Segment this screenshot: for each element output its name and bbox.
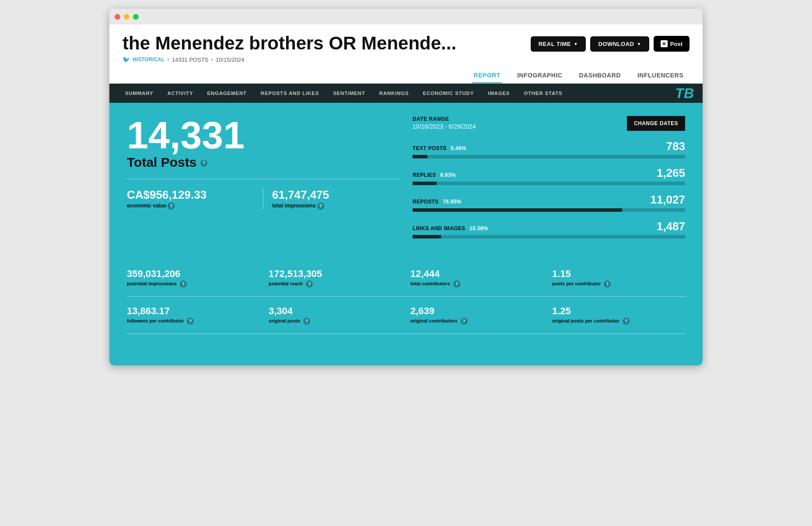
original-posts-value: 3,304 (269, 305, 402, 317)
download-button[interactable]: DOWNLOAD ▼ (590, 36, 649, 52)
original-posts-per-contributor-value: 1.25 (552, 305, 685, 317)
tab-infographic[interactable]: INFOGRAPHIC (515, 68, 564, 83)
tab-report[interactable]: REPORT (472, 68, 502, 83)
subnav-reposts-likes[interactable]: REPOSTS AND LIKES (254, 84, 326, 103)
title-bar (109, 9, 703, 25)
tab-dashboard[interactable]: DASHBOARD (577, 68, 623, 83)
chevron-down-icon: ▼ (637, 42, 641, 46)
source-type-label: HISTORICAL (133, 56, 164, 63)
total-contributors-help[interactable]: ? (453, 281, 460, 288)
subnav-summary[interactable]: SUMMARY (118, 84, 161, 103)
date-range-label: DATE RANGE (413, 116, 476, 122)
bar-stats: TEXT POSTS 5.46% 783 REP (413, 140, 685, 238)
potential-reach-value: 172,513,305 (269, 268, 402, 280)
text-posts-bar: TEXT POSTS 5.46% 783 (413, 140, 685, 158)
subnav-rankings[interactable]: RANKINGS (372, 84, 416, 103)
total-contributors-cell: 12,444 total contributors ? (410, 268, 543, 288)
app-window: the Menendez brothers OR Menende... REAL… (109, 9, 703, 365)
followers-per-contributor-value: 13,863.17 (127, 305, 260, 317)
total-posts-help-icon[interactable]: ? (200, 160, 207, 167)
total-contributors-label: total contributors (410, 281, 450, 286)
total-contributors-value: 12,444 (410, 268, 543, 280)
economic-value: CA$956,129.33 (127, 188, 254, 202)
potential-reach-help[interactable]: ? (306, 281, 313, 288)
total-impressions-help-icon[interactable]: ? (317, 203, 324, 210)
original-contributors-label: original contributors (410, 318, 458, 323)
original-posts-per-contributor-help[interactable]: ? (623, 318, 630, 325)
text-posts-fill (413, 155, 427, 158)
left-panel: 14,331 Total Posts ? CA$956,129.33 econo… (127, 116, 399, 246)
links-images-track (413, 235, 685, 238)
bottom-stats-row1: 359,031,206 potential impressions ? 172,… (127, 259, 685, 297)
subnav-economic-study[interactable]: ECONOMIC STUDY (416, 84, 481, 103)
sub-nav: SUMMARY ACTIVITY ENGAGEMENT REPOSTS AND … (109, 84, 703, 103)
x-post-button[interactable]: ✕ Post (654, 36, 690, 52)
potential-impressions-label: potential impressions (127, 281, 177, 286)
subnav-other-stats[interactable]: OTHER STATS (517, 84, 569, 103)
posts-per-contributor-label: posts per contributor (552, 281, 601, 286)
close-button[interactable] (115, 14, 120, 20)
tab-influencers[interactable]: INFLUENCERS (636, 68, 685, 83)
economic-value-label: economic value (127, 203, 166, 209)
change-dates-button[interactable]: CHANGE DATES (627, 116, 685, 131)
subnav-images[interactable]: IMAGES (481, 84, 517, 103)
header-top: the Menendez brothers OR Menende... REAL… (122, 33, 690, 53)
date-range-value: 10/16/2023 - 6/29/2024 (413, 123, 476, 130)
total-impressions-block: 61,747,475 total impressions ? (263, 188, 399, 210)
original-posts-help[interactable]: ? (303, 318, 310, 325)
original-posts-cell: 3,304 original posts ? (269, 305, 402, 325)
followers-per-contributor-label: followers per contributor (127, 318, 184, 323)
total-posts-label: Total Posts ? (127, 154, 399, 170)
reposts-count: 11,027 (650, 193, 685, 207)
total-posts-number: 14,331 (127, 116, 399, 154)
main-content: 14,331 Total Posts ? CA$956,129.33 econo… (109, 103, 703, 365)
potential-impressions-value: 359,031,206 (127, 268, 260, 280)
followers-per-contributor-help[interactable]: ? (187, 318, 194, 325)
economic-value-block: CA$956,129.33 economic value ? (127, 188, 263, 210)
page-title: the Menendez brothers OR Menende... (122, 33, 456, 53)
potential-impressions-help[interactable]: ? (180, 281, 187, 288)
replies-count: 1,265 (657, 166, 685, 180)
potential-impressions-cell: 359,031,206 potential impressions ? (127, 268, 260, 288)
twitter-icon: 🐦 (122, 56, 130, 63)
followers-per-contributor-cell: 13,863.17 followers per contributor ? (127, 305, 260, 325)
meta-bar: 🐦 HISTORICAL • 14331 POSTS • 10/15/2024 (122, 56, 690, 63)
date-range-header: DATE RANGE 10/16/2023 - 6/29/2024 CHANGE… (413, 116, 685, 131)
posts-per-contributor-value: 1.15 (552, 268, 685, 280)
original-posts-label: original posts (269, 318, 300, 323)
reposts-track (413, 208, 685, 212)
potential-reach-label: potential reach (269, 281, 303, 286)
x-logo-icon: ✕ (661, 40, 668, 47)
minimize-button[interactable] (124, 14, 130, 20)
posts-per-contributor-cell: 1.15 posts per contributor ? (552, 268, 685, 288)
subnav-activity[interactable]: ACTIVITY (161, 84, 200, 103)
header: the Menendez brothers OR Menende... REAL… (109, 25, 703, 84)
replies-fill (413, 182, 437, 185)
real-time-button[interactable]: REAL TIME ▼ (531, 36, 586, 52)
original-contributors-value: 2,639 (410, 305, 543, 317)
economic-value-help-icon[interactable]: ? (168, 203, 175, 210)
posts-count: 14331 POSTS (172, 56, 209, 63)
date-range-info: DATE RANGE 10/16/2023 - 6/29/2024 (413, 116, 476, 130)
reposts-fill (413, 208, 622, 212)
potential-reach-cell: 172,513,305 potential reach ? (269, 268, 402, 288)
divider (127, 179, 399, 179)
maximize-button[interactable] (133, 14, 139, 20)
text-posts-track (413, 155, 685, 158)
total-impressions-label: total impressions (272, 203, 315, 209)
subnav-sentiment[interactable]: SENTIMENT (326, 84, 372, 103)
total-impressions-value: 61,747,475 (272, 188, 399, 202)
nav-tabs: REPORT INFOGRAPHIC DASHBOARD INFLUENCERS (122, 68, 690, 84)
bottom-stats-row2: 13,863.17 followers per contributor ? 3,… (127, 297, 685, 334)
sub-nav-items: SUMMARY ACTIVITY ENGAGEMENT REPOSTS AND … (118, 84, 570, 103)
economic-impressions-row: CA$956,129.33 economic value ? 61,747,47… (127, 188, 399, 210)
chevron-down-icon: ▼ (574, 42, 578, 46)
posts-per-contributor-help[interactable]: ? (604, 281, 611, 288)
subnav-engagement[interactable]: ENGAGEMENT (200, 84, 253, 103)
content-grid: 14,331 Total Posts ? CA$956,129.33 econo… (127, 116, 685, 246)
brand-logo: TB (675, 85, 694, 102)
bottom-stats: 359,031,206 potential impressions ? 172,… (127, 259, 685, 334)
links-images-count: 1,487 (657, 220, 685, 233)
original-contributors-help[interactable]: ? (461, 318, 468, 325)
header-actions: REAL TIME ▼ DOWNLOAD ▼ ✕ Post (531, 36, 690, 52)
